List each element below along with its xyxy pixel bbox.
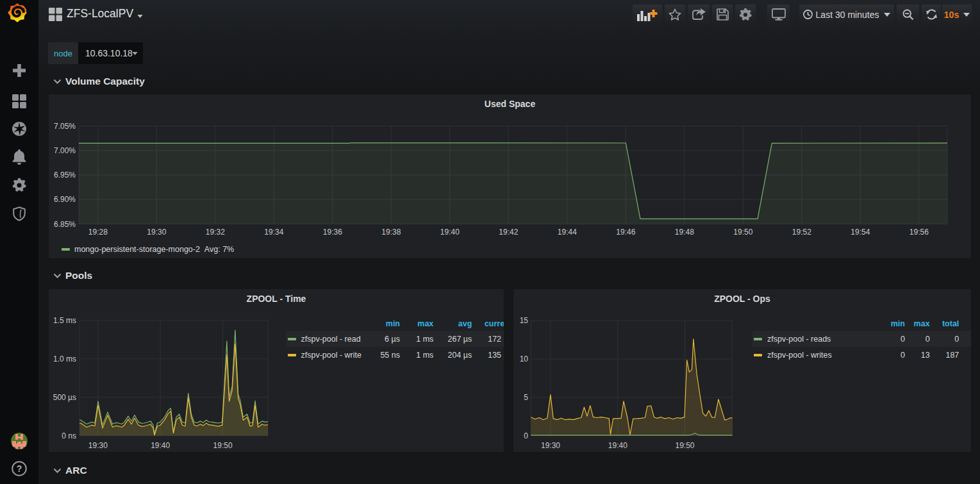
svg-text:0: 0 (524, 431, 528, 440)
svg-text:6.85%: 6.85% (54, 220, 76, 229)
svg-text:6.90%: 6.90% (54, 195, 76, 204)
svg-text:19:44: 19:44 (558, 228, 577, 237)
svg-text:0 ns: 0 ns (62, 431, 76, 440)
svg-text:19:46: 19:46 (616, 228, 635, 237)
svg-text:19:30: 19:30 (541, 441, 560, 450)
svg-text:7.00%: 7.00% (54, 146, 76, 155)
svg-text:19:30: 19:30 (147, 228, 166, 237)
svg-text:19:32: 19:32 (206, 228, 225, 237)
svg-text:19:54: 19:54 (851, 228, 870, 237)
svg-text:19:56: 19:56 (909, 228, 929, 237)
svg-text:15: 15 (520, 316, 529, 325)
svg-text:19:38: 19:38 (381, 228, 401, 237)
svg-text:5: 5 (524, 393, 528, 402)
svg-text:1.5 ms: 1.5 ms (53, 316, 76, 325)
svg-text:19:50: 19:50 (675, 441, 694, 450)
svg-text:500 µs: 500 µs (53, 393, 76, 402)
svg-text:7.05%: 7.05% (54, 122, 76, 131)
svg-text:19:40: 19:40 (440, 228, 460, 237)
svg-text:19:48: 19:48 (675, 228, 694, 237)
svg-text:19:28: 19:28 (88, 228, 108, 237)
svg-text:19:42: 19:42 (499, 228, 518, 237)
svg-text:19:50: 19:50 (733, 228, 752, 237)
svg-text:19:40: 19:40 (608, 441, 627, 450)
svg-text:19:34: 19:34 (264, 228, 283, 237)
svg-text:10: 10 (520, 355, 529, 363)
svg-text:19:52: 19:52 (792, 228, 811, 237)
svg-text:19:50: 19:50 (213, 441, 233, 450)
svg-text:19:40: 19:40 (151, 441, 170, 450)
svg-text:6.95%: 6.95% (54, 171, 76, 179)
svg-text:19:36: 19:36 (323, 228, 342, 237)
svg-text:19:30: 19:30 (88, 441, 108, 450)
svg-text:?: ? (17, 463, 22, 474)
svg-text:1.0 ms: 1.0 ms (53, 355, 76, 363)
